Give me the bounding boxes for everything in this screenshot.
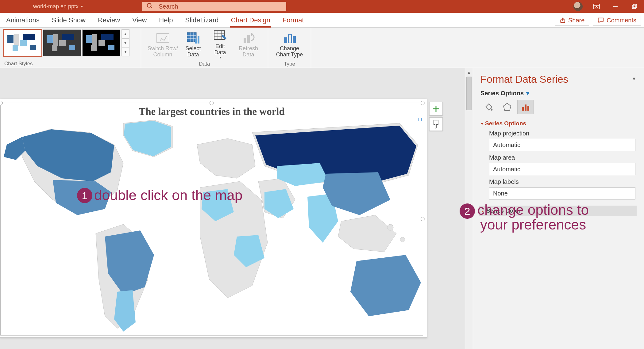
select-data-button[interactable]: Select Data [181,28,205,61]
svg-rect-54 [527,106,529,111]
svg-rect-24 [98,40,105,46]
scrollbar-thumb[interactable] [466,77,472,110]
share-button[interactable]: Share [555,15,589,26]
svg-point-0 [147,3,151,7]
group-label-styles: Chart Styles [4,60,33,67]
style-thumb-2[interactable] [43,29,81,56]
svg-rect-28 [187,32,196,42]
change-chart-type-button[interactable]: Change Chart Type [272,28,307,61]
svg-rect-45 [288,34,291,43]
scroll-up-icon[interactable]: ▲ [467,70,471,75]
svg-rect-23 [101,34,114,40]
svg-rect-5 [633,4,637,8]
pentagon-icon [502,102,512,112]
switch-icon [156,32,170,44]
svg-rect-46 [293,36,296,43]
selection-handle[interactable] [210,101,214,105]
style-thumb-1[interactable] [4,29,42,56]
filename-text: world-map.en.pptx [33,3,79,10]
svg-rect-21 [86,35,92,43]
group-label-data: Data [199,61,210,67]
chevron-down-icon: ▾ [526,89,529,97]
svg-rect-13 [30,45,36,50]
gallery-scroll[interactable]: ▲ ▼ ▾ [121,29,129,56]
svg-rect-10 [14,34,19,46]
style-gallery: ▲ ▼ ▾ [4,29,137,60]
svg-rect-17 [62,34,74,40]
svg-line-1 [151,6,152,8]
chevron-down-icon: ▾ [219,55,221,59]
search-box[interactable]: Search [142,2,286,11]
right-actions: Share Comments [555,15,641,26]
tab-format[interactable]: Format [276,13,310,28]
svg-rect-35 [198,36,199,44]
bar-chart-icon [521,102,530,112]
style-thumb-3[interactable] [82,29,120,56]
maximize-button[interactable] [625,0,644,13]
fill-tab[interactable] [480,100,497,114]
chart-title[interactable]: The largest countries in the world [1,106,423,117]
selection-handle[interactable] [421,217,425,221]
select-data-icon [187,32,200,44]
map-labels-select[interactable]: None [489,187,635,199]
panel-title: Format Data Series [480,74,637,85]
edit-data-icon [214,30,227,42]
svg-rect-19 [69,45,75,50]
svg-rect-34 [195,39,197,44]
share-icon [560,17,566,23]
svg-point-47 [387,224,393,230]
switch-row-column-button: Switch Row/ Column [148,28,178,61]
gallery-more-icon[interactable]: ▾ [122,47,129,56]
comments-button[interactable]: Comments [593,15,641,26]
chart-styles-button[interactable] [429,117,443,131]
gallery-down-icon[interactable]: ▼ [122,39,129,47]
map-projection-select[interactable]: Automatic [489,139,635,151]
annotation-badge: 1 [77,188,92,203]
user-avatar[interactable] [573,2,583,11]
format-category-tabs [480,100,637,114]
tab-chart-design[interactable]: Chart Design [225,13,276,28]
svg-rect-20 [52,45,57,51]
edit-data-button[interactable]: Edit Data ▾ [208,28,232,61]
group-label-type: Type [284,61,295,67]
filename-dropdown[interactable]: world-map.en.pptx ▾ [33,3,83,10]
panel-options-button[interactable]: ▾ [633,75,635,82]
tab-slidelizard[interactable]: SlideLizard [179,13,225,28]
country-australia [350,255,421,316]
tab-animations[interactable]: Animations [0,13,46,28]
svg-rect-26 [91,45,97,51]
selection-handle[interactable] [421,101,425,105]
svg-rect-41 [244,38,246,43]
svg-rect-44 [284,37,287,43]
format-data-series-panel: Format Data Series ▾ Series Options ▾ ▾ … [473,68,644,349]
annotation-1: 1 double click on the map [77,188,242,203]
slide[interactable]: The largest countries in the world [0,99,427,338]
ribbon-mode-button[interactable] [587,0,606,13]
window-controls [573,0,644,13]
map-area-select[interactable]: Automatic [489,163,635,175]
tab-view[interactable]: View [126,13,153,28]
group-data: Switch Row/ Column Select Data Edit Data… [141,28,268,68]
minimize-button[interactable] [606,0,625,13]
series-options-section[interactable]: ▾ Series Options [481,120,637,127]
series-tab[interactable] [517,100,534,114]
annotation-badge: 2 [460,203,475,219]
plot-selection-dot[interactable] [2,118,5,121]
series-options-dropdown[interactable]: Series Options ▾ [480,89,637,97]
chart-elements-button[interactable] [429,102,443,116]
ribbon-content: ▲ ▼ ▾ Chart Styles Switch Row/ Column Se… [0,28,644,68]
svg-rect-11 [23,34,35,40]
plot-selection-dot[interactable] [418,118,422,121]
slide-canvas[interactable]: The largest countries in the world [0,68,465,349]
chart-object[interactable]: The largest countries in the world [0,103,423,336]
group-type: Change Chart Type Type [268,28,311,68]
tab-help[interactable]: Help [153,13,179,28]
effects-tab[interactable] [499,100,515,114]
tab-slide-show[interactable]: Slide Show [46,13,92,28]
refresh-icon [242,32,255,44]
annotation-2: 2 change options to your preferences [460,203,589,232]
world-map[interactable] [1,120,423,335]
selection-handle[interactable] [0,101,3,105]
tab-review[interactable]: Review [92,13,126,28]
gallery-up-icon[interactable]: ▲ [122,30,129,39]
